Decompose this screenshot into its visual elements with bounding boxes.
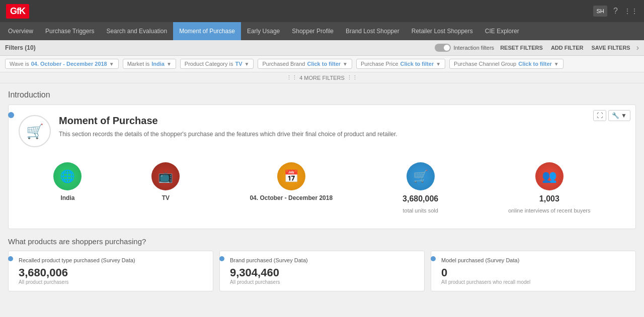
intro-text-block: Moment of Purchase This section records … bbox=[59, 115, 397, 139]
nav-item-cie-explorer[interactable]: CIE Explorer bbox=[479, 22, 525, 40]
intro-card-indicator bbox=[8, 112, 14, 118]
nav-item-early-usage[interactable]: Early Usage bbox=[241, 22, 286, 40]
intro-card-toolbar: ⛶ 🔧 ▼ bbox=[593, 110, 630, 121]
chip-key-channel: Purchase Channel Group bbox=[454, 61, 516, 67]
more-filters-row: ⋮⋮ 4 MORE FILTERS ⋮⋮ bbox=[0, 72, 644, 83]
chip-arrow-brand: ▼ bbox=[343, 61, 348, 67]
nav-item-brand-lost-shopper[interactable]: Brand Lost Shopper bbox=[340, 22, 406, 40]
nav-item-retailer-lost-shoppers[interactable]: Retailer Lost Shoppers bbox=[406, 22, 479, 40]
reset-filters-btn[interactable]: RESET FILTERS bbox=[498, 44, 545, 52]
add-filter-btn[interactable]: ADD FILTER bbox=[549, 44, 586, 52]
chip-key-market: Market is bbox=[127, 61, 150, 67]
grid-icon[interactable]: ⋮⋮ bbox=[624, 7, 638, 15]
stat-label-tv: TV bbox=[162, 194, 170, 201]
chip-arrow-wave: ▼ bbox=[109, 61, 114, 67]
more-filters-btn[interactable]: ⋮⋮ 4 MORE FILTERS ⋮⋮ bbox=[286, 74, 358, 81]
nav-item-search-evaluation[interactable]: Search and Evaluation bbox=[100, 22, 173, 40]
top-bar: GfK SH ? ⋮⋮ bbox=[0, 0, 644, 22]
chip-val-price: Click to filter bbox=[400, 61, 434, 67]
mini-card-recalled: Recalled product type purchased (Survey … bbox=[8, 251, 213, 291]
mini-card-number-brand: 9,304,460 bbox=[230, 266, 418, 279]
chip-val-wave: 04. October - December 2018 bbox=[31, 61, 107, 67]
chip-val-brand: Click to filter bbox=[307, 61, 341, 67]
mini-card-brand: Brand purchased (Survey Data) 9,304,460 … bbox=[219, 251, 425, 291]
chip-key-category: Product Category is bbox=[185, 61, 233, 67]
stat-icon-interviews: 👥 bbox=[535, 162, 564, 190]
interaction-filters-label: Interaction filters bbox=[453, 45, 494, 51]
chip-arrow-market: ▼ bbox=[167, 61, 172, 67]
more-filters-label: 4 MORE FILTERS bbox=[299, 75, 345, 81]
filter-chip-price[interactable]: Purchase Price Click to filter ▼ bbox=[356, 59, 445, 69]
top-bar-right: SH ? ⋮⋮ bbox=[593, 6, 638, 17]
filter-chip-market[interactable]: Market is India ▼ bbox=[123, 59, 176, 69]
stat-label-india: India bbox=[60, 194, 74, 201]
filter-chip-channel[interactable]: Purchase Channel Group Click to filter ▼ bbox=[449, 59, 564, 69]
filters-bar: Filters (10) Interaction filters RESET F… bbox=[0, 40, 644, 56]
save-filters-btn[interactable]: SAVE FILTERS bbox=[589, 44, 632, 52]
chip-key-wave: Wave is bbox=[10, 61, 29, 67]
more-filters-icon-right: ⋮⋮ bbox=[347, 74, 358, 81]
stat-icon-units: 🛒 bbox=[407, 162, 435, 190]
stat-icon-india: 🌐 bbox=[53, 162, 82, 190]
stat-number-interviews: 1,003 bbox=[539, 194, 559, 203]
nav-item-shopper-profile[interactable]: Shopper Profile bbox=[286, 22, 340, 40]
stat-icon-date: 📅 bbox=[277, 162, 305, 190]
user-button[interactable]: SH bbox=[593, 6, 607, 17]
mini-card-indicator-brand bbox=[219, 256, 224, 261]
filter-chip-brand[interactable]: Purchased Brand Click to filter ▼ bbox=[258, 59, 352, 69]
mini-card-indicator-model bbox=[431, 256, 436, 261]
nav-item-moment-of-purchase[interactable]: Moment of Purchase bbox=[173, 22, 241, 40]
stats-row: 🌐 India 📺 TV 📅 04. October - December 20… bbox=[19, 157, 625, 219]
cart-icon: 🛒 bbox=[19, 115, 51, 147]
mini-card-sub-model: All product purchasers who recall model bbox=[441, 279, 629, 285]
mini-card-title-model: Model purchased (Survey Data) bbox=[441, 257, 629, 263]
intro-title: Moment of Purchase bbox=[59, 115, 397, 127]
introduction-card: ⛶ 🔧 ▼ 🛒 Moment of Purchase This section … bbox=[8, 104, 636, 229]
chip-arrow-category: ▼ bbox=[245, 61, 250, 67]
stat-icon-tv: 📺 bbox=[151, 162, 180, 190]
content-area: Introduction ⛶ 🔧 ▼ 🛒 Moment of Purchase … bbox=[0, 83, 644, 298]
chip-val-market: India bbox=[151, 61, 165, 67]
what-products-title: What products are shoppers purchasing? bbox=[8, 237, 636, 246]
chip-arrow-channel: ▼ bbox=[554, 61, 559, 67]
settings-btn[interactable]: 🔧 ▼ bbox=[608, 110, 630, 121]
introduction-section-title: Introduction bbox=[8, 90, 636, 99]
stat-sublabel-interviews: online interviews of recent buyers bbox=[508, 207, 590, 214]
nav-item-purchase-triggers[interactable]: Purchase Triggers bbox=[39, 22, 100, 40]
more-filters-icon-left: ⋮⋮ bbox=[286, 74, 297, 81]
stat-item-units: 🛒 3,680,006 total units sold bbox=[403, 162, 438, 214]
filter-chips-row: Wave is 04. October - December 2018 ▼ Ma… bbox=[0, 56, 644, 72]
mini-card-model: Model purchased (Survey Data) 0 All prod… bbox=[431, 251, 636, 291]
help-icon[interactable]: ? bbox=[613, 7, 618, 16]
stat-item-date: 📅 04. October - December 2018 bbox=[250, 162, 333, 201]
stat-sublabel-units: total units sold bbox=[403, 207, 438, 214]
filter-chip-wave[interactable]: Wave is 04. October - December 2018 ▼ bbox=[5, 59, 119, 69]
stat-item-tv: 📺 TV bbox=[151, 162, 180, 201]
nav-bar: Overview Purchase Triggers Search and Ev… bbox=[0, 22, 644, 40]
mini-card-number-model: 0 bbox=[441, 266, 629, 279]
mini-card-title-recalled: Recalled product type purchased (Survey … bbox=[19, 257, 207, 263]
what-products-cards-row: Recalled product type purchased (Survey … bbox=[8, 251, 636, 291]
interaction-toggle: Interaction filters bbox=[435, 44, 494, 52]
fullscreen-btn[interactable]: ⛶ bbox=[593, 110, 606, 121]
mini-card-title-brand: Brand purchased (Survey Data) bbox=[230, 257, 418, 263]
chip-arrow-price: ▼ bbox=[436, 61, 441, 67]
stat-label-date: 04. October - December 2018 bbox=[250, 194, 333, 201]
stat-item-india: 🌐 India bbox=[53, 162, 82, 201]
filters-scroll-btn[interactable]: › bbox=[636, 43, 639, 52]
gfk-logo: GfK bbox=[6, 4, 29, 19]
filter-actions: Interaction filters RESET FILTERS ADD FI… bbox=[435, 43, 639, 52]
chip-key-brand: Purchased Brand bbox=[262, 61, 305, 67]
mini-card-sub-recalled: All product purchasers bbox=[19, 279, 207, 285]
filter-chip-category[interactable]: Product Category is TV ▼ bbox=[180, 59, 254, 69]
stat-number-units: 3,680,006 bbox=[403, 194, 438, 203]
chip-key-price: Purchase Price bbox=[361, 61, 398, 67]
intro-desc: This section records the details of the … bbox=[59, 130, 397, 139]
interaction-toggle-switch[interactable] bbox=[435, 44, 451, 52]
chip-val-channel: Click to filter bbox=[518, 61, 552, 67]
stat-item-interviews: 👥 1,003 online interviews of recent buye… bbox=[508, 162, 590, 214]
nav-item-overview[interactable]: Overview bbox=[2, 22, 39, 40]
intro-header: 🛒 Moment of Purchase This section record… bbox=[19, 115, 625, 147]
mini-card-sub-brand: All product purchasers bbox=[230, 279, 418, 285]
chip-val-category: TV bbox=[235, 61, 242, 67]
